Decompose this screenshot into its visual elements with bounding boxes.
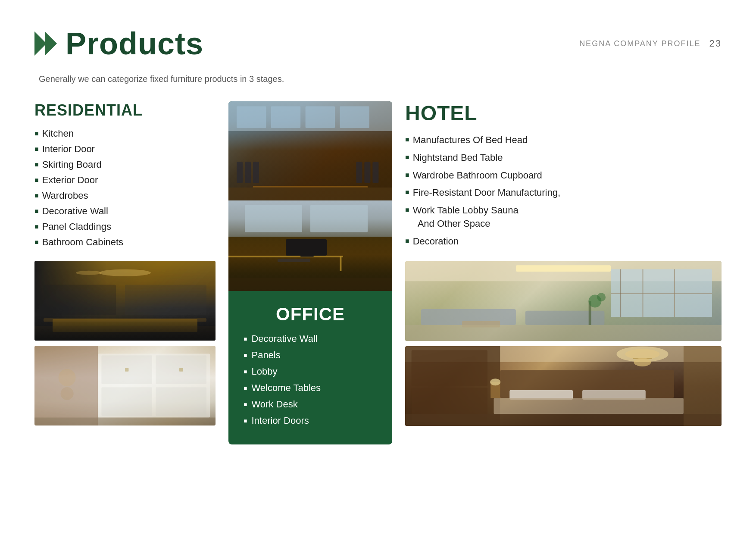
list-item: Bathroom Cabinets [34, 237, 216, 248]
office-list: Decorative Wall Panels Lobby Welcome Tab… [244, 333, 377, 426]
svg-rect-41 [228, 278, 392, 291]
svg-point-58 [625, 349, 660, 359]
residential-title: RESIDENTIAL [34, 101, 216, 119]
svg-point-15 [59, 369, 76, 386]
svg-rect-40 [278, 259, 310, 262]
list-item: Kitchen [34, 128, 216, 139]
svg-rect-13 [179, 368, 183, 372]
list-item: Wardrobes [34, 190, 216, 201]
list-item: Fire-Resistant Door Manufacturing, [405, 186, 722, 200]
svg-rect-30 [372, 162, 378, 183]
list-item: Interior Doors [244, 415, 377, 426]
list-item: Work Desk [244, 399, 377, 410]
svg-rect-10 [101, 387, 152, 416]
svg-rect-54 [405, 325, 722, 341]
svg-rect-43 [516, 265, 611, 272]
cabinet-image [34, 346, 216, 425]
list-item: Exterior Door [34, 175, 216, 186]
list-item: Decorative Wall [34, 206, 216, 217]
office-title: OFFICE [244, 304, 377, 325]
svg-rect-21 [340, 106, 369, 128]
office-content: OFFICE Decorative Wall Panels Lobby Welc… [228, 291, 392, 444]
list-item: Decorative Wall [244, 333, 377, 344]
list-item: Welcome Tables [244, 382, 377, 394]
svg-rect-29 [364, 162, 370, 183]
hotel-images [405, 261, 722, 426]
svg-rect-68 [494, 398, 684, 414]
svg-rect-28 [356, 162, 362, 183]
page-subtitle: Generally we can categorize fixed furnit… [34, 74, 722, 84]
svg-point-16 [61, 387, 74, 400]
svg-rect-71 [405, 414, 722, 426]
desk-image [228, 200, 392, 291]
svg-rect-38 [286, 239, 327, 256]
main-content: RESIDENTIAL Kitchen Interior Door Skirti… [34, 101, 722, 444]
residential-section: RESIDENTIAL Kitchen Interior Door Skirti… [34, 101, 216, 444]
conference-svg-overlay [228, 101, 392, 200]
conference-image [228, 101, 392, 200]
office-images [228, 101, 392, 291]
company-name: NEGNA COMPANY PROFILE [579, 39, 700, 48]
office-section: OFFICE Decorative Wall Panels Lobby Welc… [228, 101, 392, 444]
hotel-lobby-image [405, 261, 722, 341]
kitchen-svg-overlay [34, 261, 216, 341]
svg-rect-33 [245, 205, 302, 232]
header-right: NEGNA COMPANY PROFILE 23 [579, 38, 722, 49]
list-item: Work Table Lobby Sauna And Other Space [405, 204, 722, 231]
svg-rect-20 [306, 106, 335, 128]
svg-rect-39 [300, 255, 313, 257]
cabinet-svg-overlay [34, 346, 216, 425]
page-title: Products [66, 26, 203, 61]
list-item: Panels [244, 350, 377, 361]
kitchen-counter-decor [53, 319, 197, 332]
hotel-list: Manufactures Of Bed Head Nightstand Bed … [405, 134, 722, 248]
list-item: Lobby [244, 366, 377, 377]
residential-images [34, 261, 216, 425]
page-container: Products NEGNA COMPANY PROFILE 23 Genera… [0, 0, 756, 535]
svg-rect-2 [44, 318, 206, 322]
residential-list: Kitchen Interior Door Skirting Board Ext… [34, 128, 216, 248]
svg-rect-37 [340, 256, 341, 271]
svg-rect-14 [34, 418, 216, 426]
list-item: Wardrobe Bathroom Cupboard [405, 169, 722, 182]
svg-rect-18 [237, 106, 266, 128]
chevron-icon [34, 31, 57, 56]
svg-rect-3 [44, 285, 116, 315]
page-number: 23 [709, 38, 722, 49]
chevron-arrow-2 [45, 31, 57, 56]
svg-rect-5 [34, 326, 216, 341]
list-item: Nightstand Bed Table [405, 151, 722, 165]
hotel-bedroom-image [405, 346, 722, 426]
svg-rect-26 [245, 162, 251, 183]
kitchen-image [34, 261, 216, 341]
svg-rect-31 [228, 188, 392, 200]
hotel-lobby-svg [405, 261, 722, 341]
svg-rect-19 [271, 106, 300, 128]
svg-point-0 [99, 269, 151, 276]
svg-rect-36 [228, 256, 343, 257]
svg-point-60 [634, 358, 651, 366]
svg-rect-25 [237, 162, 243, 183]
list-item: Panel Claddings [34, 221, 216, 232]
header-left: Products [34, 26, 203, 61]
hotel-bedroom-svg [405, 346, 722, 426]
svg-rect-55 [620, 269, 621, 317]
svg-rect-62 [412, 350, 487, 386]
svg-point-53 [597, 293, 606, 301]
svg-point-70 [490, 379, 500, 385]
list-item: Skirting Board [34, 159, 216, 170]
svg-rect-47 [611, 293, 712, 294]
hotel-title: HOTEL [405, 101, 722, 125]
svg-rect-4 [125, 285, 206, 315]
svg-rect-11 [156, 387, 206, 416]
page-header: Products NEGNA COMPANY PROFILE 23 [34, 26, 722, 61]
list-item: Interior Door [34, 144, 216, 155]
hotel-section: HOTEL Manufactures Of Bed Head Nightstan… [405, 101, 722, 444]
desk-svg-overlay [228, 200, 392, 291]
svg-rect-49 [525, 310, 605, 325]
list-item: Decoration [405, 235, 722, 248]
svg-rect-27 [253, 162, 259, 183]
svg-point-1 [76, 271, 102, 275]
svg-rect-12 [125, 368, 128, 372]
svg-rect-34 [310, 205, 368, 232]
